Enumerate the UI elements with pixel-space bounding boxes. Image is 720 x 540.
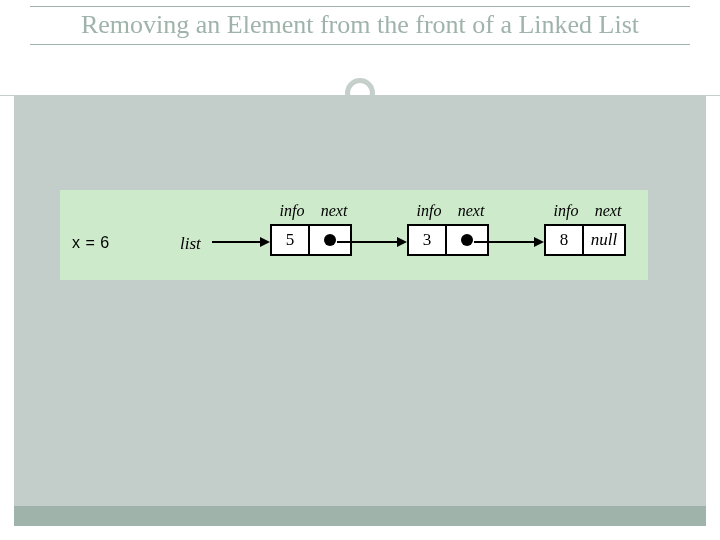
node1-info-header: info <box>272 202 312 220</box>
node3-info-header: info <box>546 202 586 220</box>
svg-marker-5 <box>534 237 544 247</box>
list-pointer-label: list <box>180 234 201 254</box>
svg-marker-3 <box>397 237 407 247</box>
node3-next-cell: null <box>582 224 626 256</box>
content-background <box>14 95 706 514</box>
arrow-node1-to-node2 <box>337 236 407 248</box>
x-value-label: x = 6 <box>72 234 110 252</box>
title-wrap: Removing an Element from the front of a … <box>0 0 720 45</box>
pointer-dot-icon <box>324 234 336 246</box>
node2-info-header: info <box>409 202 449 220</box>
node1-info-cell: 5 <box>270 224 310 256</box>
arrow-list-to-node1 <box>212 236 270 248</box>
slide-title: Removing an Element from the front of a … <box>30 6 690 45</box>
svg-marker-1 <box>260 237 270 247</box>
node2-next-header: next <box>449 202 493 220</box>
slide: Removing an Element from the front of a … <box>0 0 720 540</box>
node1-next-header: next <box>312 202 356 220</box>
linked-list-diagram: x = 6 list info next 5 info next 3 <box>60 190 648 280</box>
node2-info-cell: 3 <box>407 224 447 256</box>
node3-info-cell: 8 <box>544 224 584 256</box>
node3-next-header: next <box>586 202 630 220</box>
pointer-dot-icon <box>461 234 473 246</box>
footer-bar <box>14 506 706 526</box>
arrow-node2-to-node3 <box>474 236 544 248</box>
